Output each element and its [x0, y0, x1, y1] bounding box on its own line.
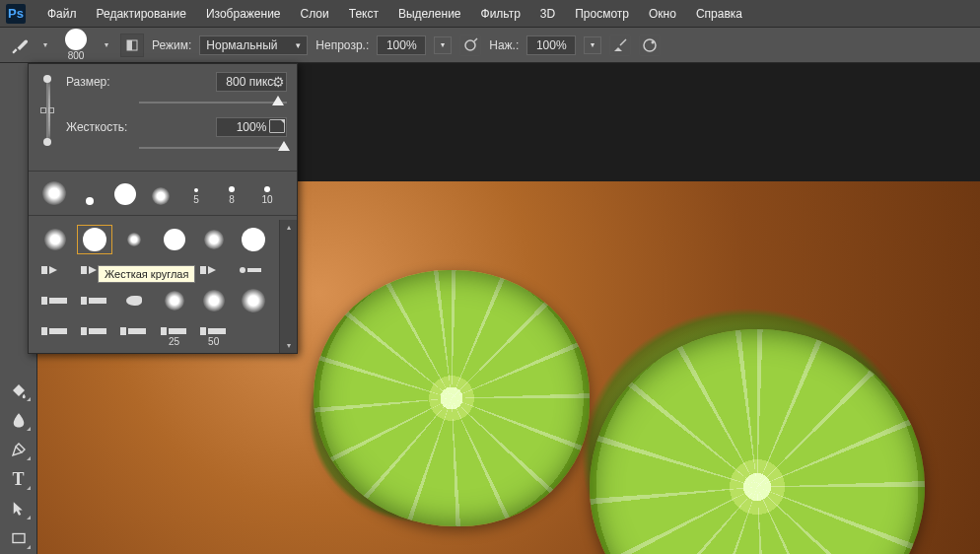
menu-просмотр[interactable]: Просмотр — [565, 3, 639, 25]
brush-preset-grid: 2550 — [29, 220, 279, 353]
preset-scrollbar[interactable]: ▴ ▾ — [279, 220, 297, 353]
scroll-down-icon[interactable]: ▾ — [284, 338, 294, 353]
brush-preset[interactable] — [78, 226, 111, 253]
brush-preset[interactable] — [38, 226, 72, 253]
blend-mode-value: Нормальный — [206, 38, 277, 52]
brush-preset[interactable] — [237, 287, 270, 314]
mode-label: Режим: — [152, 38, 191, 52]
opacity-pressure-button[interactable] — [459, 35, 481, 56]
menu-редактирование[interactable]: Редактирование — [87, 3, 196, 25]
blend-mode-select[interactable]: Нормальный ▾ — [199, 35, 308, 55]
brush-preset[interactable] — [237, 226, 270, 253]
brush-preset[interactable]: 10 — [251, 186, 283, 205]
tool-rectangle[interactable] — [6, 526, 32, 550]
brush-preset[interactable] — [145, 187, 176, 205]
tool-path-select[interactable] — [6, 497, 32, 520]
brush-preset[interactable] — [38, 256, 72, 284]
brush-preset[interactable] — [117, 226, 151, 253]
menu-файл[interactable]: Файл — [37, 3, 87, 25]
flow-label: Наж.: — [489, 38, 519, 52]
flow-field[interactable]: 100% — [526, 35, 576, 55]
menu-3d[interactable]: 3D — [530, 3, 565, 25]
brush-preset[interactable] — [197, 256, 231, 284]
image-content — [314, 270, 590, 526]
image-content — [590, 329, 925, 554]
brush-preview-size: 800 — [68, 50, 85, 61]
brush-tool-icon[interactable] — [8, 34, 32, 57]
chevron-down-icon: ▾ — [296, 40, 301, 50]
new-preset-icon[interactable] — [269, 119, 285, 133]
brush-tooltip: Жесткая круглая — [98, 265, 195, 283]
brush-preset-row: 5810 — [29, 175, 297, 211]
brush-preset[interactable] — [237, 317, 270, 345]
brush-preset[interactable]: 8 — [216, 186, 247, 205]
brush-hardness-label: Жесткость: — [66, 120, 135, 134]
svg-rect-5 — [13, 534, 25, 543]
brush-size-slider[interactable] — [139, 96, 287, 109]
opacity-label: Непрозр.: — [315, 38, 369, 52]
airbrush-button[interactable] — [609, 35, 631, 56]
brush-preset[interactable] — [158, 287, 191, 314]
brush-preset[interactable] — [74, 197, 105, 205]
svg-rect-1 — [127, 40, 132, 50]
brush-preset[interactable] — [197, 287, 231, 314]
brush-preset[interactable] — [38, 317, 72, 345]
brush-angle-control[interactable] — [42, 76, 52, 145]
menu-bar: Ps ФайлРедактированиеИзображениеСлоиТекс… — [0, 0, 980, 28]
menu-справка[interactable]: Справка — [686, 3, 752, 25]
flow-chevron[interactable]: ▾ — [584, 36, 601, 54]
brush-preset[interactable] — [197, 226, 231, 253]
brush-preset[interactable] — [109, 183, 141, 205]
brush-preset[interactable] — [117, 317, 151, 345]
svg-point-2 — [465, 40, 475, 50]
menu-выделение[interactable]: Выделение — [388, 3, 471, 25]
brush-preset[interactable] — [117, 287, 151, 314]
brush-preview-circle-icon — [65, 29, 87, 50]
tool-text[interactable]: T — [6, 467, 32, 491]
gear-icon[interactable]: ⚙ — [272, 74, 285, 90]
app-logo: Ps — [6, 4, 26, 24]
menu-изображение[interactable]: Изображение — [196, 3, 291, 25]
brush-preset[interactable] — [158, 226, 191, 253]
svg-point-3 — [644, 39, 656, 51]
menu-окно[interactable]: Окно — [639, 3, 686, 25]
brush-panel-toggle-button[interactable] — [120, 34, 144, 57]
brush-hardness-slider[interactable] — [139, 141, 287, 155]
brush-preset[interactable] — [237, 256, 270, 284]
menu-слои[interactable]: Слои — [291, 3, 339, 25]
brush-preset[interactable] — [38, 287, 72, 314]
size-pressure-button[interactable] — [639, 35, 661, 56]
menu-фильтр[interactable]: Фильтр — [471, 3, 530, 25]
brush-preset[interactable] — [78, 287, 111, 314]
brush-preview-chevron-icon[interactable]: ▾ — [101, 40, 112, 49]
brush-preset[interactable] — [38, 181, 70, 205]
brush-preset-panel: Размер: 800 пикс. Жесткость: 100% ⚙ 5810… — [28, 63, 298, 354]
menu-текст[interactable]: Текст — [339, 3, 388, 25]
opacity-field[interactable]: 100% — [377, 35, 426, 55]
brush-size-label: Размер: — [66, 75, 135, 89]
brush-preset[interactable]: 25 — [158, 317, 191, 345]
opacity-chevron[interactable]: ▾ — [434, 36, 452, 54]
brush-preset[interactable]: 50 — [197, 317, 231, 345]
svg-point-4 — [652, 40, 655, 43]
tool-bucket[interactable] — [6, 379, 32, 402]
brush-preview[interactable]: 800 — [59, 29, 93, 61]
tool-pen[interactable] — [6, 438, 32, 461]
brush-preset[interactable]: 5 — [180, 188, 212, 205]
tool-blur[interactable] — [6, 408, 32, 432]
brush-preset[interactable] — [78, 317, 111, 345]
options-bar: ▾ 800 ▾ Режим: Нормальный ▾ Непрозр.: 10… — [0, 28, 980, 63]
tool-chevron-icon[interactable]: ▾ — [39, 40, 51, 49]
scroll-up-icon[interactable]: ▴ — [284, 220, 294, 235]
